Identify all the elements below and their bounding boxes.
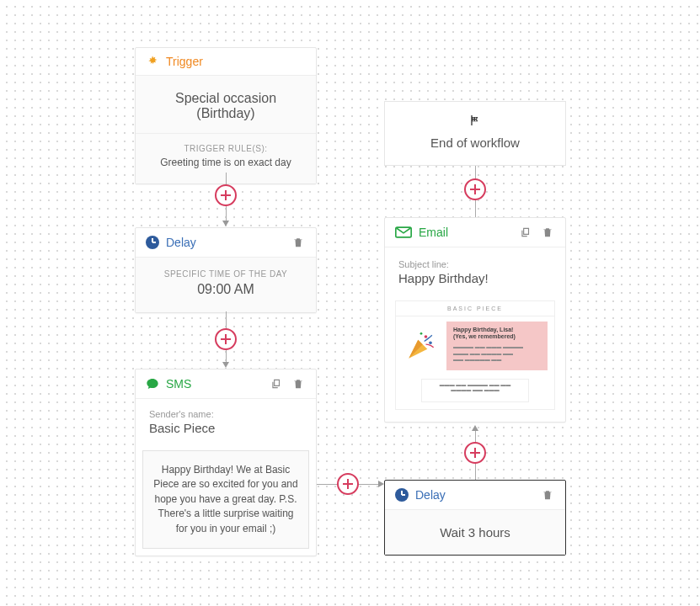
add-step-button[interactable]	[215, 184, 237, 206]
email-subject: Happy Birthday!	[385, 269, 565, 294]
delay1-node[interactable]: Delay SPECIFIC TIME OF THE DAY 09:00 AM	[135, 227, 317, 313]
delete-button[interactable]	[291, 235, 306, 250]
delete-button[interactable]	[291, 376, 306, 391]
end-node[interactable]: End of workflow	[384, 101, 566, 166]
arrowhead-right-icon	[378, 481, 384, 487]
trash-icon	[542, 226, 553, 238]
preview-hero: Happy Birthday, Lisa! (Yes, we remembere…	[446, 322, 548, 370]
envelope-icon	[395, 226, 412, 238]
svg-point-3	[420, 332, 423, 335]
add-step-button[interactable]	[464, 442, 486, 464]
sms-header: SMS	[136, 369, 316, 399]
trigger-occasion: Special occasion (Birthday)	[149, 91, 302, 121]
sms-message: Happy Birthday! We at Basic Piece are so…	[142, 450, 309, 549]
preview-head2: (Yes, we remembered)	[453, 333, 541, 340]
preview-brand: BASIC PIECE	[396, 301, 554, 316]
email-subject-label: Subject line:	[385, 256, 565, 269]
sms-title: SMS	[166, 377, 262, 391]
sms-node[interactable]: SMS Sender's name: Basic Piece Happy Bir…	[135, 369, 317, 556]
preview-head1: Happy Birthday, Lisa!	[453, 327, 541, 333]
sms-sender: Basic Piece	[136, 419, 316, 444]
delay2-body: Wait 3 hours	[385, 510, 565, 555]
delay1-title: Delay	[166, 236, 284, 249]
copy-icon	[270, 378, 282, 390]
trash-icon	[542, 489, 553, 501]
email-node[interactable]: Email Subject line: Happy Birthday! BASI…	[384, 217, 566, 423]
arrowhead-up-icon	[472, 425, 478, 431]
trigger-body: Special occasion (Birthday) TRIGGER RULE…	[136, 76, 316, 183]
trigger-header: Trigger	[136, 48, 316, 76]
canvas-background	[0, 0, 700, 606]
add-step-button[interactable]	[464, 178, 486, 200]
duplicate-button[interactable]	[269, 376, 284, 391]
clock-icon	[395, 488, 409, 502]
trigger-title: Trigger	[166, 55, 306, 68]
svg-point-1	[425, 335, 428, 338]
arrowhead-down-icon	[222, 362, 229, 368]
trigger-rule: Greeting time is on exact day	[136, 157, 316, 168]
delay1-header: Delay	[136, 228, 316, 258]
email-header: Email	[385, 218, 565, 247]
party-popper-icon	[396, 316, 446, 375]
add-step-button[interactable]	[215, 328, 237, 350]
trigger-icon	[146, 55, 159, 68]
trash-icon	[292, 237, 304, 248]
email-title: Email	[419, 226, 511, 239]
delete-button[interactable]	[540, 225, 555, 240]
preview-body: ▬▬▬ ▬▬ ▬▬▬▬ ▬▬ ▬▬▬▬▬▬ ▬▬ ▬▬▬	[421, 379, 529, 402]
trigger-rules-label: TRIGGER RULE(S):	[136, 144, 316, 153]
flag-icon	[468, 114, 482, 127]
delay1-body: SPECIFIC TIME OF THE DAY 09:00 AM	[136, 258, 316, 312]
trash-icon	[292, 378, 304, 390]
sms-sender-label: Sender's name:	[136, 406, 316, 419]
delete-button[interactable]	[540, 487, 555, 502]
delay1-time: 09:00 AM	[149, 282, 302, 297]
svg-point-2	[429, 342, 432, 345]
delay2-title: Delay	[415, 488, 533, 502]
delay2-node[interactable]: Delay Wait 3 hours	[384, 480, 566, 556]
clock-icon	[146, 236, 159, 249]
delay2-wait: Wait 3 hours	[395, 525, 555, 540]
delay1-sub: SPECIFIC TIME OF THE DAY	[149, 269, 302, 279]
copy-icon	[520, 226, 532, 238]
email-preview: BASIC PIECE Happy Birthday, Lisa! (Yes, …	[395, 300, 555, 410]
end-label: End of workflow	[393, 136, 557, 150]
delay2-header: Delay	[385, 481, 565, 510]
trigger-node[interactable]: Trigger Special occasion (Birthday) TRIG…	[135, 47, 317, 184]
duplicate-button[interactable]	[518, 225, 533, 240]
add-step-button[interactable]	[337, 473, 359, 495]
arrowhead-down-icon	[222, 221, 229, 226]
speech-bubble-icon	[146, 377, 159, 391]
